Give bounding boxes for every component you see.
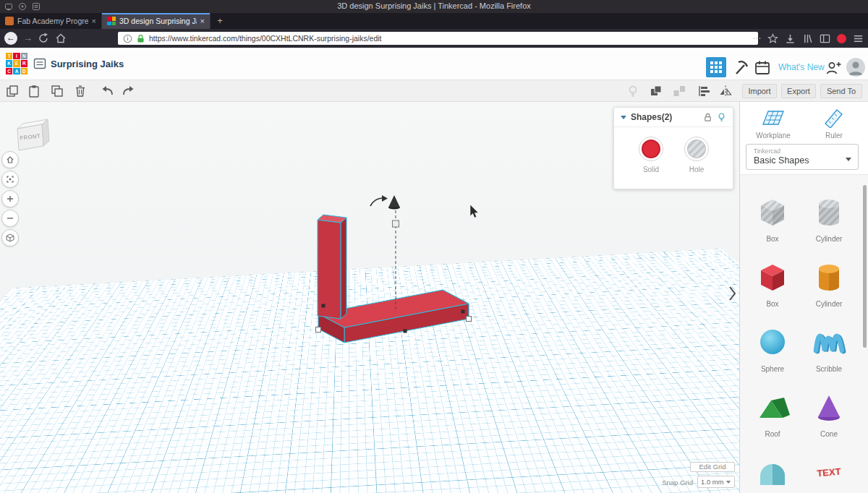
page-info-icon[interactable] bbox=[123, 34, 132, 43]
visibility-lightbulb-icon[interactable] bbox=[717, 112, 726, 122]
whats-new-link[interactable]: What's New bbox=[778, 62, 825, 72]
import-button[interactable]: Import bbox=[742, 84, 777, 98]
home-view-button[interactable] bbox=[1, 151, 19, 168]
tools-pickaxe-icon[interactable] bbox=[732, 59, 749, 77]
shapes-panel-title: Shapes(2) bbox=[631, 112, 699, 122]
solid-red-circle bbox=[642, 140, 660, 158]
shape-cone[interactable]: Cone bbox=[804, 388, 854, 438]
mouse-cursor bbox=[470, 205, 478, 218]
forward-button[interactable]: → bbox=[23, 33, 33, 43]
undo-icon[interactable] bbox=[101, 85, 114, 98]
ruler-tool-button[interactable]: Ruler bbox=[808, 106, 860, 140]
bookmark-star-icon[interactable] bbox=[767, 33, 778, 44]
copy-icon[interactable] bbox=[6, 85, 19, 98]
redo-icon[interactable] bbox=[122, 85, 135, 98]
sidebar-collapse-chevron[interactable] bbox=[729, 286, 736, 301]
edit-grid-button[interactable]: Edit Grid bbox=[690, 462, 735, 472]
shape-box-striped[interactable]: Box bbox=[747, 193, 798, 243]
send-to-button[interactable]: Send To bbox=[820, 84, 862, 98]
perspective-toggle-button[interactable] bbox=[1, 229, 19, 246]
shape-cylinder-striped[interactable]: Cylinder bbox=[804, 193, 854, 243]
edit-toolbar: Import Export Send To bbox=[0, 80, 868, 102]
reload-icon[interactable] bbox=[38, 33, 49, 44]
rotate-arrow-icon[interactable] bbox=[370, 198, 383, 206]
3d-viewport[interactable]: FRONT Shapes(2) bbox=[0, 102, 739, 493]
sidebars-icon[interactable] bbox=[820, 33, 830, 44]
tab-close-icon[interactable]: × bbox=[92, 17, 96, 25]
scale-handle-black[interactable] bbox=[461, 310, 465, 314]
corner-handle-white[interactable] bbox=[316, 327, 321, 333]
downloads-icon[interactable] bbox=[785, 33, 796, 44]
tab-close-icon[interactable]: × bbox=[200, 17, 205, 25]
shape-box-red[interactable]: Box bbox=[747, 258, 798, 308]
zoom-in-button[interactable] bbox=[1, 190, 19, 207]
tab-tinkercad-active[interactable]: 3D design Surprising Jai × bbox=[102, 13, 210, 29]
mirror-flip-icon[interactable] bbox=[719, 85, 732, 98]
invite-person-icon[interactable] bbox=[825, 59, 842, 77]
back-button[interactable]: ← bbox=[4, 32, 17, 45]
tinkercad-header: TIN KER CAD Surprising Jaiks W bbox=[0, 48, 868, 80]
view-cube[interactable]: FRONT bbox=[12, 114, 52, 155]
page-actions-icon[interactable]: ⋯ bbox=[752, 33, 761, 44]
hole-swatch[interactable] bbox=[684, 137, 709, 161]
dropdown-value: Basic Shapes bbox=[754, 155, 809, 166]
new-tab-button[interactable]: + bbox=[210, 13, 229, 29]
scale-handle-black[interactable] bbox=[404, 330, 407, 333]
height-handle[interactable] bbox=[393, 220, 399, 227]
export-button[interactable]: Export bbox=[781, 84, 816, 98]
fit-view-button[interactable] bbox=[1, 171, 19, 188]
tab-fab-academy[interactable]: Fab Academy Progress D × bbox=[0, 13, 102, 29]
roof-icon bbox=[754, 388, 791, 426]
sphere-icon bbox=[754, 323, 791, 361]
tab-favicon bbox=[5, 17, 14, 25]
shape-scribble[interactable]: Scribble bbox=[804, 323, 854, 373]
my-designs-icon[interactable] bbox=[33, 57, 46, 70]
solid-label: Solid bbox=[637, 166, 665, 173]
tallbox-front-face[interactable] bbox=[318, 220, 341, 319]
snap-grid-label: Snap Grid bbox=[662, 479, 693, 486]
ungroup-icon[interactable] bbox=[673, 85, 686, 98]
gallery-scrollbar[interactable] bbox=[863, 185, 867, 348]
dropdown-caret-icon bbox=[846, 158, 851, 164]
https-lock-icon[interactable] bbox=[136, 34, 145, 43]
menu-hamburger-icon[interactable] bbox=[853, 33, 864, 44]
tinkercad-logo[interactable]: TIN KER CAD bbox=[6, 53, 27, 74]
zoom-out-button[interactable] bbox=[1, 210, 19, 227]
extension-badge-icon[interactable] bbox=[837, 34, 846, 43]
library-icon[interactable] bbox=[802, 33, 813, 44]
solid-color-swatch[interactable] bbox=[639, 137, 663, 161]
delete-trash-icon[interactable] bbox=[74, 85, 87, 98]
shape-cylinder-orange[interactable]: Cylinder bbox=[804, 258, 854, 308]
snap-grid-dropdown[interactable]: 1.0 mm bbox=[697, 476, 735, 488]
duplicate-icon[interactable] bbox=[51, 85, 64, 98]
group-icon[interactable] bbox=[650, 85, 663, 98]
application-window: 3D design Surprising Jaiks | Tinkercad -… bbox=[0, 0, 868, 493]
shape-grid-toggle-button[interactable] bbox=[706, 57, 726, 77]
shape-sphere[interactable]: Sphere bbox=[747, 323, 798, 373]
shape-gallery: Box Cylinder Box bbox=[740, 174, 868, 493]
shape-roof[interactable]: Roof bbox=[747, 388, 798, 438]
hole-label: Hole bbox=[682, 166, 711, 173]
user-avatar[interactable] bbox=[846, 58, 865, 77]
shape-text[interactable]: TEXT bbox=[804, 453, 854, 493]
design-title[interactable]: Surprising Jaiks bbox=[51, 59, 124, 69]
calendar-icon[interactable] bbox=[754, 59, 771, 77]
box-striped-icon bbox=[754, 193, 791, 231]
home-icon[interactable] bbox=[55, 33, 67, 44]
collapse-caret-icon[interactable] bbox=[621, 116, 626, 122]
ruler-label: Ruler bbox=[808, 132, 860, 140]
tallbox-right-face[interactable] bbox=[341, 218, 346, 319]
shape-round-roof[interactable] bbox=[747, 453, 798, 493]
round-roof-icon bbox=[754, 453, 791, 491]
shape-category-dropdown[interactable]: Tinkercad Basic Shapes bbox=[746, 144, 859, 170]
lock-icon[interactable] bbox=[703, 112, 712, 122]
show-all-lightbulb-icon[interactable] bbox=[626, 85, 639, 98]
corner-handle-white[interactable] bbox=[467, 317, 472, 322]
shapes-sidebar: Workplane Ruler Tinkercad Basic Shapes bbox=[739, 102, 868, 493]
scale-handle-black[interactable] bbox=[322, 304, 326, 308]
align-icon[interactable] bbox=[697, 85, 710, 98]
url-bar[interactable]: https://www.tinkercad.com/things/00CXHtL… bbox=[118, 32, 758, 45]
workplane-tool-button[interactable]: Workplane bbox=[747, 106, 799, 140]
paste-icon[interactable] bbox=[27, 85, 41, 98]
move-cone-handle[interactable] bbox=[388, 195, 400, 207]
